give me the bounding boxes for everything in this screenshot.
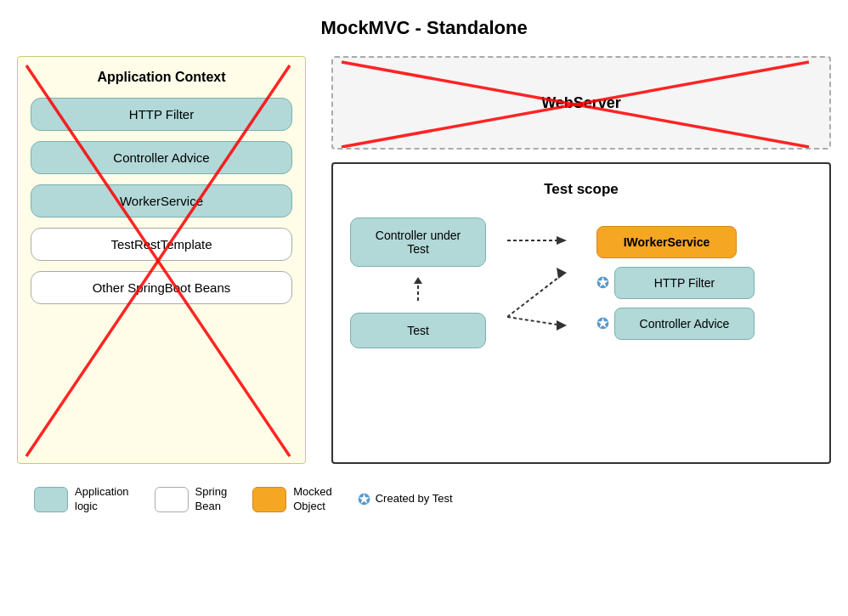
legend-mocked-object: MockedObject — [252, 485, 332, 514]
test-box: Test — [350, 313, 486, 348]
star-icon-http: ✪ — [596, 274, 609, 292]
svg-marker-9 — [557, 268, 567, 279]
test-scope-right: IWorkerService ✪ HTTP Filter ✪ Controlle… — [596, 226, 755, 340]
left-panel: Application Context HTTP Filter Controll… — [17, 56, 306, 464]
controller-advice-box-left: Controller Advice — [31, 141, 292, 174]
legend-app-box — [34, 487, 68, 512]
controller-under-test-box: Controller under Test — [350, 218, 486, 267]
page-container: MockMVC - Standalone Application Context… — [0, 0, 848, 616]
http-filter-box-right: HTTP Filter — [614, 267, 755, 299]
legend: Applicationlogic SpringBean MockedObject… — [17, 477, 831, 523]
star-icon-ca: ✪ — [596, 314, 609, 333]
iworker-service-box: IWorkerService — [596, 226, 737, 258]
svg-line-10 — [507, 317, 563, 325]
legend-spring-box — [155, 487, 189, 512]
http-filter-box-left: HTTP Filter — [31, 98, 292, 131]
star-icon-legend: ✪ — [358, 490, 370, 509]
test-scope-box: Test scope Controller under Test Test — [331, 162, 831, 464]
right-arrows-svg — [507, 215, 575, 351]
test-scope-left: Controller under Test Test — [350, 218, 486, 348]
test-scope-inner: Controller under Test Test — [350, 215, 812, 351]
page-title: MockMVC - Standalone — [17, 17, 831, 39]
webserver-label: WebServer — [541, 94, 621, 112]
legend-app-logic: Applicationlogic — [34, 485, 129, 514]
controller-advice-item: ✪ Controller Advice — [596, 308, 755, 340]
controller-advice-box-right: Controller Advice — [614, 308, 755, 340]
legend-spring-bean: SpringBean — [155, 485, 228, 514]
legend-mocked-text: MockedObject — [293, 485, 332, 514]
worker-service-box-left: WorkerService — [31, 184, 292, 218]
test-rest-template-box: TestRestTemplate — [31, 228, 292, 261]
diagram-area: Application Context HTTP Filter Controll… — [17, 56, 831, 464]
legend-created-text: Created by Test — [376, 492, 453, 506]
svg-marker-7 — [557, 236, 567, 245]
svg-marker-5 — [414, 277, 422, 284]
legend-mocked-box — [252, 487, 286, 512]
legend-spring-text: SpringBean — [195, 485, 228, 514]
svg-line-8 — [507, 274, 563, 317]
test-scope-title: Test scope — [350, 181, 812, 198]
svg-marker-11 — [557, 320, 567, 331]
http-filter-item: ✪ HTTP Filter — [596, 267, 755, 299]
legend-created-by-test: ✪ Created by Test — [358, 490, 453, 509]
other-springboot-beans-box: Other SpringBoot Beans — [31, 271, 292, 304]
app-context-title: Application Context — [31, 70, 292, 85]
legend-app-text: Applicationlogic — [75, 485, 129, 514]
vertical-arrow — [410, 277, 427, 302]
webserver-box: WebServer — [331, 56, 831, 150]
right-panel: WebServer Test scope Controller under Te… — [331, 56, 831, 464]
